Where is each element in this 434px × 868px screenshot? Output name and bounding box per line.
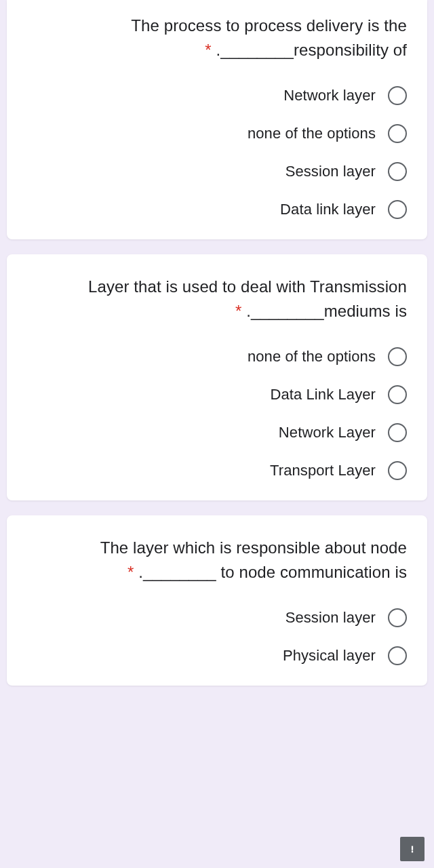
- question-card: The process to process delivery is the *…: [7, 0, 427, 239]
- required-asterisk: *: [235, 302, 241, 320]
- option-row[interactable]: none of the options: [248, 124, 407, 143]
- option-row[interactable]: Session layer: [285, 162, 407, 181]
- question-line: .________mediums is: [246, 302, 407, 320]
- radio-icon[interactable]: [388, 86, 407, 105]
- required-asterisk: *: [127, 563, 134, 581]
- question-text: The process to process delivery is the *…: [27, 14, 407, 62]
- radio-icon[interactable]: [388, 461, 407, 480]
- svg-rect-1: [412, 851, 413, 852]
- option-label: Data link layer: [280, 201, 376, 218]
- radio-icon[interactable]: [388, 423, 407, 442]
- question-line: The layer which is responsible about nod…: [100, 538, 407, 557]
- option-label: Network Layer: [279, 424, 376, 441]
- radio-icon[interactable]: [388, 608, 407, 627]
- option-row[interactable]: Network Layer: [279, 423, 407, 442]
- required-asterisk: *: [205, 41, 211, 59]
- option-row[interactable]: Data link layer: [280, 200, 407, 219]
- svg-rect-0: [412, 846, 413, 850]
- question-card: Layer that is used to deal with Transmis…: [7, 254, 427, 500]
- question-card: The layer which is responsible about nod…: [7, 515, 427, 686]
- option-row[interactable]: Data Link Layer: [270, 385, 407, 404]
- question-line: Layer that is used to deal with Transmis…: [88, 277, 407, 296]
- radio-icon[interactable]: [388, 347, 407, 366]
- report-button[interactable]: [400, 837, 425, 861]
- option-row[interactable]: Physical layer: [283, 646, 407, 665]
- option-row[interactable]: Session layer: [285, 608, 407, 627]
- radio-icon[interactable]: [388, 646, 407, 665]
- question-text: Layer that is used to deal with Transmis…: [27, 275, 407, 323]
- option-label: none of the options: [248, 348, 376, 366]
- option-label: Session layer: [285, 609, 376, 627]
- option-label: none of the options: [248, 125, 376, 142]
- options-group: Network layer none of the options Sessio…: [27, 86, 407, 219]
- question-line: .________ to node communication is: [138, 563, 407, 581]
- option-label: Session layer: [285, 163, 376, 180]
- option-label: Data Link Layer: [270, 386, 376, 403]
- option-row[interactable]: Network layer: [283, 86, 407, 105]
- radio-icon[interactable]: [388, 385, 407, 404]
- option-label: Physical layer: [283, 647, 376, 665]
- option-row[interactable]: Transport Layer: [270, 461, 407, 480]
- option-row[interactable]: none of the options: [248, 347, 407, 366]
- question-line: .________responsibility of: [216, 41, 407, 59]
- question-line: The process to process delivery is the: [131, 16, 407, 35]
- alert-icon: [406, 843, 418, 855]
- option-label: Network layer: [283, 87, 376, 104]
- radio-icon[interactable]: [388, 124, 407, 143]
- question-text: The layer which is responsible about nod…: [27, 536, 407, 585]
- option-label: Transport Layer: [270, 462, 376, 479]
- radio-icon[interactable]: [388, 162, 407, 181]
- radio-icon[interactable]: [388, 200, 407, 219]
- options-group: none of the options Data Link Layer Netw…: [27, 347, 407, 480]
- options-group: Session layer Physical layer: [27, 608, 407, 665]
